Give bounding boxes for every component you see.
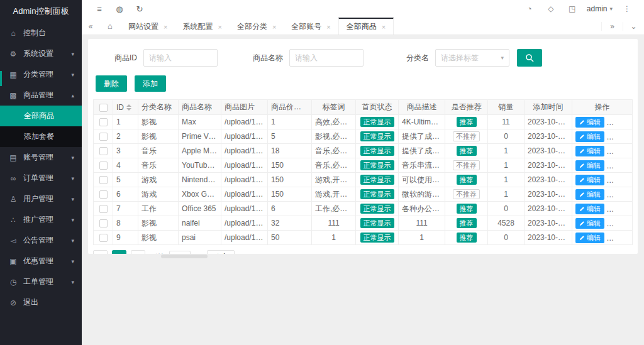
row-checkbox[interactable]	[99, 133, 108, 141]
close-icon[interactable]: ×	[218, 23, 221, 31]
products-card: 商品ID 商品名称 分类名 请选择标签 ▾ 删除 添加	[88, 39, 638, 254]
row-checkbox[interactable]	[99, 205, 108, 213]
row-checkbox[interactable]	[99, 147, 108, 155]
sidebar-item[interactable]: ⚙系统设置▾	[0, 43, 82, 64]
sidebar: Admin控制面板 ⌂控制台⚙系统设置▾▦分类管理▾▩商品管理▴全部商品添加套餐…	[0, 0, 82, 345]
sidebar-item[interactable]: ▤账号管理▾	[0, 147, 82, 168]
sidebar-item[interactable]: ⌂控制台	[0, 23, 82, 43]
edit-button[interactable]: 编辑	[575, 218, 604, 229]
cell-desc: 1	[399, 231, 445, 245]
edit-button[interactable]: 编辑	[575, 160, 604, 171]
sort-icon[interactable]	[126, 104, 131, 111]
table-row: 1影视Max/upload/169...1高效,必备,...正常显示4K-Ult…	[94, 115, 633, 129]
home-tab-icon[interactable]: ⌂	[99, 18, 121, 35]
theme-icon[interactable]: ◔	[520, 4, 539, 13]
tabs-back-icon[interactable]: «	[82, 18, 99, 35]
cell-name: Xbox Game...	[179, 187, 221, 202]
tab[interactable]: 全部商品×	[338, 18, 394, 35]
close-icon[interactable]: ×	[326, 23, 330, 31]
delete-row-button[interactable]: 删除	[606, 189, 632, 200]
goto-confirm-button[interactable]: 确定	[207, 250, 235, 254]
current-page-button[interactable]: 1	[112, 250, 126, 254]
edit-button[interactable]: 编辑	[575, 131, 604, 142]
sidebar-item[interactable]: ▦分类管理▾	[0, 64, 82, 85]
recommend-badge: 不推荐	[453, 160, 480, 170]
close-icon[interactable]: ×	[272, 23, 276, 31]
delete-row-button[interactable]: 删除	[606, 146, 632, 156]
delete-row-button[interactable]: 删除	[606, 233, 632, 243]
search-button[interactable]	[517, 49, 542, 67]
row-checkbox[interactable]	[99, 190, 108, 199]
collapse-menu-icon[interactable]: ≡	[89, 4, 109, 14]
delete-row-button[interactable]: 删除	[606, 131, 632, 142]
tab[interactable]: 系统配置×	[175, 18, 229, 35]
col-time: 添加时间	[525, 100, 572, 115]
select-all-checkbox[interactable]	[99, 104, 108, 112]
row-checkbox[interactable]	[99, 234, 108, 242]
language-icon[interactable]: ◍	[109, 4, 130, 14]
close-icon[interactable]: ×	[164, 23, 167, 31]
cell-time: 2023-10-19...	[525, 144, 572, 158]
tab[interactable]: 网站设置×	[121, 18, 175, 35]
fullscreen-icon[interactable]: ◳	[563, 4, 582, 13]
prev-page-button[interactable]: ‹	[93, 250, 108, 254]
sidebar-item[interactable]: ⊘退出	[0, 292, 82, 313]
goto-suffix: 页	[195, 252, 203, 254]
delete-row-button[interactable]: 删除	[606, 160, 632, 171]
next-page-button[interactable]: ›	[131, 250, 145, 254]
sidebar-subitem[interactable]: 全部商品	[0, 106, 82, 126]
more-icon[interactable]: ⋮	[618, 4, 636, 13]
user-menu[interactable]: admin ▾	[584, 4, 615, 13]
row-checkbox[interactable]	[99, 162, 108, 170]
sidebar-item[interactable]: ▣优惠管理▾	[0, 251, 82, 271]
menu-icon: ∴	[9, 216, 18, 224]
cell-name: Office 365	[179, 202, 221, 216]
category-select[interactable]: 请选择标签 ▾	[435, 49, 509, 67]
tabs-collapse-icon[interactable]: ⌄	[623, 22, 644, 31]
status-badge: 正常显示	[360, 189, 394, 199]
delete-row-button[interactable]: 删除	[606, 117, 632, 128]
sidebar-item[interactable]: ∴推广管理▾	[0, 209, 82, 230]
close-icon[interactable]: ×	[382, 23, 386, 31]
sidebar-item[interactable]: ◅公告管理▾	[0, 230, 82, 251]
sidebar-item-label: 退出	[23, 297, 38, 308]
edit-button[interactable]: 编辑	[575, 146, 604, 156]
edit-button[interactable]: 编辑	[575, 189, 604, 200]
row-checkbox[interactable]	[99, 219, 108, 227]
product-name-input[interactable]	[289, 49, 364, 67]
table-body: 1影视Max/upload/169...1高效,必备,...正常显示4K-Ult…	[94, 115, 633, 245]
delete-button[interactable]: 删除	[96, 75, 127, 92]
product-id-input[interactable]	[143, 49, 218, 67]
sidebar-item[interactable]: ◷工单管理▾	[0, 271, 82, 292]
recommend-badge: 不推荐	[453, 131, 480, 141]
edit-button[interactable]: 编辑	[575, 117, 604, 128]
tag-icon[interactable]: ◇	[541, 4, 560, 13]
delete-row-button[interactable]: 删除	[606, 175, 632, 185]
cell-desc: 111	[399, 216, 445, 231]
edit-button[interactable]: 编辑	[575, 233, 604, 243]
row-checkbox[interactable]	[99, 118, 108, 126]
sidebar-item[interactable]: ♙用户管理▾	[0, 189, 82, 209]
sort-icon[interactable]	[304, 104, 309, 111]
add-button[interactable]: 添加	[135, 75, 166, 92]
cell-sales: 0	[488, 202, 525, 216]
tab[interactable]: 全部分类×	[230, 18, 284, 35]
trash-icon	[610, 163, 616, 168]
tab[interactable]: 全部账号×	[284, 18, 338, 35]
sidebar-item[interactable]: ▩商品管理▴	[0, 85, 82, 106]
horizontal-scrollbar-thumb[interactable]	[161, 255, 208, 258]
tabs-forward-icon[interactable]: »	[601, 22, 623, 31]
refresh-icon[interactable]: ↻	[130, 4, 150, 14]
row-checkbox[interactable]	[99, 176, 108, 184]
edit-button[interactable]: 编辑	[575, 204, 604, 214]
username: admin	[587, 4, 608, 13]
sidebar-item-label: 优惠管理	[23, 256, 53, 266]
sidebar-item[interactable]: ∞订单管理▾	[0, 168, 82, 189]
goto-page-input[interactable]	[169, 251, 191, 255]
table-header-row: ID 分类名称 商品名称 商品图片 商品价格 标签词 首页状态 商品描述 是否推…	[94, 100, 633, 115]
edit-button[interactable]: 编辑	[575, 175, 604, 185]
delete-row-button[interactable]: 删除	[606, 218, 632, 229]
cell-category: 音乐	[138, 158, 179, 173]
delete-row-button[interactable]: 删除	[606, 204, 632, 214]
sidebar-subitem[interactable]: 添加套餐	[0, 126, 82, 147]
